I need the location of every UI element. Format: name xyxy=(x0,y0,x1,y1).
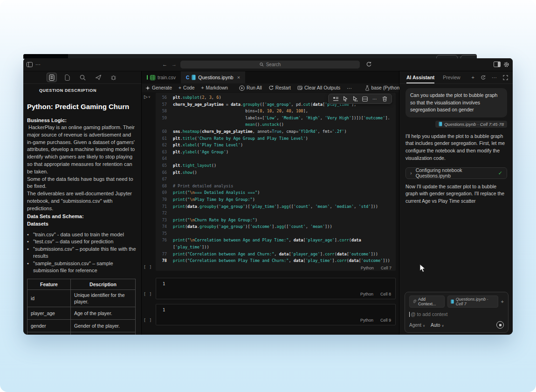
agent-mode-selector[interactable]: Agent ∨ xyxy=(409,323,425,328)
chat-composer[interactable]: Add Context... Questions.ipynb · Cell 7 … xyxy=(405,292,509,333)
sidebar-toggle-icon[interactable] xyxy=(27,62,33,67)
run-cells-below-icon[interactable] xyxy=(352,96,358,102)
code-line[interactable]: 72 xyxy=(156,210,396,217)
feature-cell: gender xyxy=(27,319,71,332)
clear-outputs-button[interactable]: Clear All Outputs xyxy=(297,85,340,90)
nav-forward-icon[interactable]: → xyxy=(172,61,177,68)
run-cells-above-icon[interactable] xyxy=(342,96,349,102)
description-cell: Geographic location of the player. xyxy=(71,332,136,335)
run-cell-button[interactable]: ▷∨ xyxy=(144,94,151,99)
toolbar-more-icon[interactable]: ⋯ xyxy=(347,85,351,91)
mouse-cursor xyxy=(419,264,426,273)
code-cell-8[interactable]: [ ] 1 Python Cell 8 xyxy=(142,278,396,299)
code-line[interactable]: 61plt.title('Churn Rate by Age Group and… xyxy=(156,135,396,142)
sync-icon[interactable] xyxy=(366,62,371,67)
close-tab-icon[interactable]: × xyxy=(237,75,240,80)
execution-count: [ ] xyxy=(144,265,152,269)
dataset-bullet: •"sample_submission.csv" – sample submis… xyxy=(27,260,137,275)
cell-language[interactable]: Python xyxy=(360,292,373,296)
message-context-chip[interactable]: Questions.ipynb · Cell 7:45-78 xyxy=(435,121,507,128)
submit-tab-icon[interactable] xyxy=(94,73,103,82)
add-context-button[interactable]: Add Context... xyxy=(409,296,445,308)
ai-assistant-panel: AI Assistant Preview + ⋯ Can you xyxy=(399,71,513,335)
code-line[interactable]: 58 bins=[0, 10, 20, 40, 100], xyxy=(156,108,396,115)
code-line[interactable]: 67 xyxy=(156,176,396,183)
plus-icon: + xyxy=(201,85,204,90)
restart-button[interactable]: Restart xyxy=(268,85,291,90)
add-code-button[interactable]: + Code xyxy=(179,85,195,90)
add-chip-icon[interactable]: + xyxy=(501,299,504,304)
code-line[interactable]: 73print("\nChurn Rate by Age Group:") xyxy=(156,217,396,224)
editor-area: train.csv C Questions.ipynb × Gener xyxy=(142,71,399,335)
chevron-down-icon: ∨ xyxy=(423,324,425,327)
nav-back-icon[interactable]: ← xyxy=(162,61,167,68)
table-file-icon xyxy=(150,75,155,80)
code-line[interactable]: 77print("Correlation between Age and Chu… xyxy=(156,251,396,258)
tab-questions-ipynb[interactable]: C Questions.ipynb × xyxy=(181,71,245,83)
question-description-body[interactable]: QUESTION DESCRIPTION Python: Predict Gam… xyxy=(23,84,141,335)
search-input[interactable]: Search xyxy=(180,61,360,69)
tab-label: Questions.ipynb xyxy=(198,75,233,80)
cell-language[interactable]: Python xyxy=(360,318,373,323)
composer-context-chip[interactable]: Questions.ipynb · Cell 7 xyxy=(447,296,498,308)
chat-input[interactable]: @ to add context xyxy=(409,311,504,317)
cell-label: Cell 7 xyxy=(381,266,392,270)
feature-table: Feature Description idUnique identifier … xyxy=(27,279,136,335)
tab-train-csv[interactable]: train.csv xyxy=(142,71,181,83)
cell-language[interactable]: Python xyxy=(361,266,374,270)
code-line[interactable]: mean().unstack() xyxy=(156,121,396,128)
code-line[interactable]: 60sns.heatmap(churn_by_age_playtime, ann… xyxy=(156,128,396,135)
code-line[interactable]: 68# Print detailed analysis xyxy=(156,183,396,190)
search-placeholder: Search xyxy=(266,62,281,67)
ai-edit-cell-icon[interactable] xyxy=(332,96,339,102)
cell8-body[interactable]: 1 Python Cell 8 xyxy=(156,278,396,299)
stop-generation-button[interactable] xyxy=(496,321,504,329)
code-line[interactable]: 69print("\n=== Detailed Analysis ===") xyxy=(156,189,396,196)
code-line[interactable]: 66plt.show() xyxy=(156,169,396,176)
run-all-button[interactable]: Run All xyxy=(239,85,262,91)
code-line[interactable]: 74print(data.groupby('age_group')['outco… xyxy=(156,223,396,230)
bug-tab-icon[interactable] xyxy=(109,73,118,82)
titlebar-more-icon[interactable]: ⋯ xyxy=(35,61,41,68)
settings-gear-icon[interactable] xyxy=(503,62,509,68)
tab-ai-assistant[interactable]: AI Assistant xyxy=(406,71,434,83)
code-line[interactable]: ['play_time'])) xyxy=(156,244,396,251)
model-selector[interactable]: Auto ∨ xyxy=(431,323,444,328)
layout-panel-icon[interactable] xyxy=(494,62,501,67)
code-line[interactable]: 65plt.tight_layout() xyxy=(156,162,396,169)
cell7-body[interactable]: 56plt.subplot(2, 3, 6)57churn_by_age_pla… xyxy=(156,93,396,271)
code-line[interactable]: 76print("\nCorrelation between Age and P… xyxy=(156,237,396,244)
code-line[interactable]: 62plt.xlabel('Play Time Level') xyxy=(156,142,396,149)
search-tab-icon[interactable] xyxy=(78,73,88,82)
code-line[interactable]: 78print("Correlation between Play Time a… xyxy=(156,257,396,264)
split-cell-icon[interactable] xyxy=(362,96,368,102)
notebook-cells[interactable]: ▷∨ [ ] 56plt.subplot(2, 3, 6)57churn_by_… xyxy=(142,92,399,335)
code-line[interactable]: 71print(data.groupby('age_group')['play_… xyxy=(156,203,396,210)
expand-icon[interactable] xyxy=(503,75,508,80)
cell7-code[interactable]: 56plt.subplot(2, 3, 6)57churn_by_age_pla… xyxy=(156,94,396,264)
add-markdown-button[interactable]: + Markdown xyxy=(201,85,228,90)
tool-step-configuring-notebook[interactable]: › Configuring notebook Questions.ipynb ✓ xyxy=(405,167,507,179)
generate-button[interactable]: Generate xyxy=(145,85,172,90)
history-icon[interactable] xyxy=(481,75,486,80)
code-cell-9[interactable]: [ ] 1 Python Cell 9 xyxy=(142,304,396,325)
file-tab-icon[interactable] xyxy=(63,73,72,82)
tab-preview[interactable]: Preview xyxy=(443,71,460,83)
notebook-icon xyxy=(439,122,442,126)
code-line[interactable]: 75 xyxy=(156,230,396,237)
code-line[interactable]: 63plt.ylabel('Age Group') xyxy=(156,149,396,156)
dataset-bullet: •"submissions.csv" – populate this file … xyxy=(27,246,137,260)
more-actions-icon[interactable]: ⋯ xyxy=(371,96,378,102)
notebook-icon xyxy=(451,299,454,304)
code-line[interactable]: 64 xyxy=(156,155,396,162)
assistant-reply: I'll help you update the plot to a bubbl… xyxy=(405,133,507,162)
description-tab-icon[interactable] xyxy=(47,73,57,82)
panel-more-icon[interactable]: ⋯ xyxy=(492,75,497,81)
cell-label: Cell 8 xyxy=(380,292,391,296)
code-line[interactable]: 59 labels=['Low', 'Medium', 'High', 'Ver… xyxy=(156,115,396,122)
new-chat-icon[interactable]: + xyxy=(472,75,474,80)
code-cell-7[interactable]: ▷∨ [ ] 56plt.subplot(2, 3, 6)57churn_by_… xyxy=(142,93,396,271)
cell9-body[interactable]: 1 Python Cell 9 xyxy=(156,304,396,325)
code-line[interactable]: 70print("\nPlay Time by Age Group:") xyxy=(156,196,396,203)
delete-cell-icon[interactable] xyxy=(381,96,388,102)
